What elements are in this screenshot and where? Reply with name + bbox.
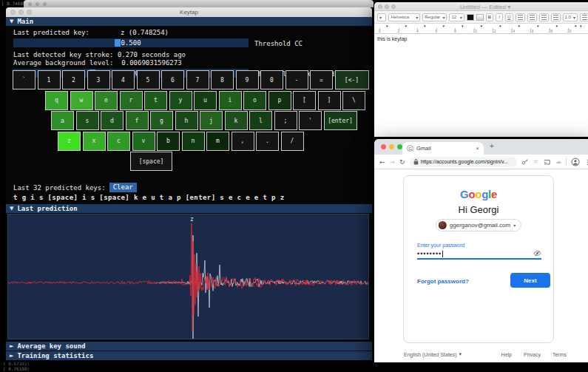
account-chip[interactable]: ggerganov@gmail.com ▾ bbox=[436, 219, 521, 231]
key-7[interactable]: 7 bbox=[186, 70, 209, 89]
key-w[interactable]: w bbox=[70, 91, 93, 110]
key-0[interactable]: 0 bbox=[260, 70, 283, 89]
language-selector[interactable]: English (United States) ▾ bbox=[404, 351, 462, 357]
font-size-dropdown[interactable]: 12▾ bbox=[449, 13, 464, 21]
key-a[interactable]: a bbox=[51, 111, 74, 130]
key-;[interactable]: ; bbox=[274, 111, 297, 130]
cast-extension-icon[interactable] bbox=[543, 158, 551, 166]
key-[<-][interactable]: [<-] bbox=[335, 70, 369, 89]
back-icon[interactable]: ← bbox=[379, 158, 385, 166]
key-/[interactable]: / bbox=[281, 132, 304, 151]
key-'[interactable]: ' bbox=[299, 111, 322, 130]
reload-icon[interactable]: ↻ bbox=[399, 158, 405, 166]
key-r[interactable]: r bbox=[120, 91, 143, 110]
forgot-password-link[interactable]: Forgot password? bbox=[417, 278, 469, 285]
key-.[interactable]: . bbox=[256, 132, 279, 151]
key-f[interactable]: f bbox=[126, 111, 149, 130]
key-h[interactable]: h bbox=[175, 111, 198, 130]
right-margin-icon[interactable]: ▾ bbox=[580, 24, 582, 28]
align-left-button[interactable] bbox=[516, 13, 525, 21]
tab-stop-icon[interactable]: ▾ bbox=[481, 24, 483, 28]
close-button[interactable] bbox=[381, 144, 386, 149]
background-color-well[interactable] bbox=[476, 14, 484, 21]
menu-dots-icon[interactable]: ⋮ bbox=[584, 158, 588, 166]
document-text[interactable]: this is keytap bbox=[374, 34, 588, 44]
key-e[interactable]: e bbox=[95, 91, 118, 110]
key-p[interactable]: p bbox=[268, 91, 291, 110]
key-[space][interactable]: [space] bbox=[130, 152, 172, 171]
textedit-titlebar[interactable]: Untitled — Edited ▾ bbox=[374, 2, 588, 11]
key-=[interactable]: = bbox=[310, 70, 333, 89]
key-\[interactable]: \ bbox=[342, 91, 365, 110]
key-b[interactable]: b bbox=[157, 132, 180, 151]
profile-avatar-icon[interactable] bbox=[571, 158, 580, 166]
align-center-button[interactable] bbox=[527, 13, 537, 21]
styles-dropdown[interactable]: ▾ bbox=[377, 13, 386, 21]
key-[enter][interactable]: [enter] bbox=[324, 111, 357, 130]
key-c[interactable]: c bbox=[107, 132, 130, 151]
key-q[interactable]: q bbox=[45, 91, 68, 110]
key-,[interactable]: , bbox=[232, 132, 254, 151]
key-6[interactable]: 6 bbox=[161, 70, 184, 89]
key-][interactable]: ] bbox=[318, 91, 341, 110]
key--[interactable]: - bbox=[285, 70, 308, 89]
typeface-dropdown[interactable]: Regular▾ bbox=[422, 13, 447, 21]
next-button[interactable]: Next bbox=[510, 273, 550, 288]
address-bar[interactable]: https://accounts.google.com/signin/v... bbox=[410, 157, 517, 167]
key-8[interactable]: 8 bbox=[211, 70, 234, 89]
list-style-dropdown[interactable]: ▾ bbox=[580, 13, 588, 21]
bold-button[interactable]: B bbox=[486, 13, 493, 21]
footer-link-help[interactable]: Help bbox=[501, 352, 512, 357]
password-field[interactable]: •••••••• bbox=[417, 249, 541, 260]
tab-gmail[interactable]: G Gmail × bbox=[402, 142, 484, 155]
section-main[interactable]: ▼ Main bbox=[6, 17, 372, 26]
section-last-prediction[interactable]: ▼ Last prediction bbox=[6, 204, 372, 213]
key-i[interactable]: i bbox=[219, 91, 242, 110]
key-t[interactable]: t bbox=[144, 91, 167, 110]
key-1[interactable]: 1 bbox=[38, 70, 61, 89]
footer-link-terms[interactable]: Terms bbox=[552, 352, 567, 357]
cloud-extension-icon[interactable]: ☁ bbox=[555, 158, 561, 165]
key-x[interactable]: x bbox=[83, 132, 106, 151]
align-justify-button[interactable] bbox=[539, 13, 549, 21]
clear-button[interactable]: Clear bbox=[109, 183, 137, 192]
tab-stop-icon[interactable]: ▾ bbox=[462, 24, 464, 28]
key-v[interactable]: v bbox=[132, 132, 155, 151]
tab-stop-icon[interactable]: ▾ bbox=[537, 24, 539, 28]
key-l[interactable]: l bbox=[249, 111, 272, 130]
tab-stop-icon[interactable]: ▾ bbox=[556, 24, 558, 28]
key-z[interactable]: z bbox=[58, 132, 81, 151]
tab-stop-icon[interactable]: ▾ bbox=[499, 24, 501, 28]
text-color-well[interactable] bbox=[467, 14, 474, 21]
tab-stop-icon[interactable]: ▾ bbox=[518, 24, 521, 28]
tab-stop-icon[interactable]: ▾ bbox=[575, 24, 577, 28]
threshold-cc-slider[interactable]: 0.500 bbox=[13, 38, 249, 47]
key-4[interactable]: 4 bbox=[112, 70, 135, 89]
key-o[interactable]: o bbox=[243, 91, 266, 110]
key-s[interactable]: s bbox=[76, 111, 99, 130]
key-3[interactable]: 3 bbox=[87, 70, 110, 89]
section-average-key-sound[interactable]: ► Average key sound bbox=[6, 342, 372, 351]
password-key-icon[interactable] bbox=[521, 158, 529, 166]
minimize-button[interactable] bbox=[389, 144, 394, 149]
key-`[interactable]: ` bbox=[13, 70, 36, 89]
footer-link-privacy[interactable]: Privacy bbox=[524, 352, 541, 357]
font-family-dropdown[interactable]: Helvetica▾ bbox=[388, 13, 420, 21]
tab-stop-icon[interactable]: ▾ bbox=[424, 24, 426, 28]
key-n[interactable]: n bbox=[182, 132, 205, 151]
line-spacing-dropdown[interactable]: 1.0▾ bbox=[563, 13, 578, 21]
section-training-statistics[interactable]: ► Training statistics bbox=[6, 351, 372, 360]
key-5[interactable]: 5 bbox=[137, 70, 160, 89]
key-[[interactable]: [ bbox=[293, 91, 316, 110]
keytap-titlebar[interactable]: Keytap bbox=[6, 7, 372, 17]
key-2[interactable]: 2 bbox=[62, 70, 85, 89]
key-u[interactable]: u bbox=[194, 91, 217, 110]
key-g[interactable]: g bbox=[150, 111, 173, 130]
tab-stop-icon[interactable]: ▾ bbox=[386, 24, 388, 28]
key-k[interactable]: k bbox=[225, 111, 248, 130]
key-d[interactable]: d bbox=[101, 111, 124, 130]
key-9[interactable]: 9 bbox=[236, 70, 259, 89]
align-right-button[interactable] bbox=[551, 13, 561, 21]
key-y[interactable]: y bbox=[169, 91, 192, 110]
key-j[interactable]: j bbox=[200, 111, 223, 130]
